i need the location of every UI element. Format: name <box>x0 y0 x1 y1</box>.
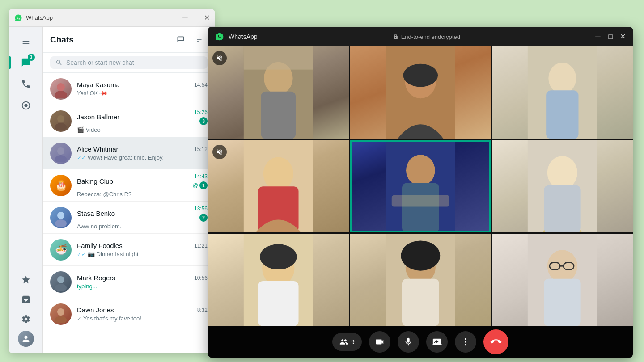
svg-point-4 <box>57 115 64 122</box>
svg-rect-30 <box>391 195 449 206</box>
chat-info-mark: Mark Rogers 10:56 typing... <box>77 274 208 290</box>
sidebar-item-chats[interactable]: 3 <box>17 54 35 72</box>
chat-time-dawn: 8:32 <box>197 307 208 313</box>
svg-point-50 <box>465 344 466 346</box>
video-minimize-btn[interactable]: ─ <box>595 34 601 39</box>
sidebar-bottom <box>17 269 35 349</box>
chat-time-jason: 15:26 <box>194 109 208 115</box>
chat-item-stasa[interactable]: Stasa Benko 13:56 2 Aww no problem. <box>43 202 215 234</box>
new-chat-btn[interactable] <box>174 33 188 47</box>
filter-btn[interactable] <box>193 33 208 47</box>
video-close-btn[interactable]: ✕ <box>620 34 626 39</box>
video-cell-6 <box>492 140 633 233</box>
video-win-controls: ─ □ ✕ <box>595 34 626 39</box>
participants-btn[interactable]: 9 <box>332 333 362 351</box>
svg-point-1 <box>24 104 27 107</box>
chat-meta-family: 11:21 <box>194 243 208 249</box>
chat-name-row-stasa: Stasa Benko 13:56 2 <box>77 206 208 222</box>
chat-preview-jason: 🎬 Video <box>77 126 208 133</box>
avatar-mark <box>50 271 72 293</box>
svg-point-12 <box>57 308 64 316</box>
screen-share-btn[interactable] <box>426 331 448 353</box>
chat-info-alice: Alice Whitman 15:12 ✓✓ Wow! Have great t… <box>77 145 208 161</box>
minimize-btn[interactable]: ─ <box>182 15 188 21</box>
sidebar-item-calls[interactable] <box>17 75 35 93</box>
lock-icon <box>393 34 398 40</box>
pin-icon-maya: 📌 <box>98 90 108 97</box>
chat-meta-maya: 14:54 <box>194 82 208 88</box>
chat-name-row-maya: Maya Kasuma 14:54 <box>77 81 208 88</box>
chat-preview-family: ✓✓ 📷 Dinner last night <box>77 251 208 257</box>
close-btn[interactable]: ✕ <box>204 15 209 21</box>
sidebar-item-archived[interactable] <box>17 290 35 308</box>
sidebar-item-menu[interactable]: ☰ <box>17 32 35 50</box>
chat-header-icons <box>174 33 208 47</box>
svg-point-3 <box>55 91 67 98</box>
chat-name-dawn: Dawn Jones <box>77 306 114 314</box>
maximize-btn[interactable]: □ <box>193 15 199 21</box>
chat-preview-stasa: Aww no problem. <box>77 223 208 230</box>
chat-item-dawn[interactable]: Dawn Jones 8:32 ✓ Yes that's my fave too… <box>43 298 215 330</box>
chat-name-family: Family Foodies <box>77 242 123 249</box>
typing-indicator: typing... <box>77 283 97 290</box>
whatsapp-icon <box>14 14 22 22</box>
chat-name-row-alice: Alice Whitman 15:12 <box>77 145 208 153</box>
encryption-label: End-to-end endcrypted <box>393 34 460 40</box>
more-options-btn[interactable] <box>455 331 476 353</box>
svg-point-7 <box>55 155 67 162</box>
chat-item-jason[interactable]: Jason Ballmer 15:26 3 🎬 Video <box>43 105 215 137</box>
sidebar-item-status[interactable] <box>17 97 35 114</box>
encryption-text: End-to-end endcrypted <box>401 34 460 40</box>
chat-item-alice[interactable]: Alice Whitman 15:12 ✓✓ Wow! Have great t… <box>43 137 215 169</box>
chat-info-baking: Baking Club 14:43 @ 1 Rebecca: @Chris R? <box>77 173 208 198</box>
video-titlebar: WhatsApp End-to-end endcrypted ─ □ ✕ <box>208 27 633 46</box>
svg-rect-33 <box>544 185 581 232</box>
search-input[interactable] <box>66 59 202 66</box>
video-maximize-btn[interactable]: □ <box>608 34 613 39</box>
call-controls: 9 <box>208 326 633 358</box>
chat-name-maya: Maya Kasuma <box>77 81 120 88</box>
end-call-btn[interactable] <box>483 329 508 354</box>
search-input-wrap[interactable] <box>50 56 208 69</box>
video-cell-7 <box>208 234 349 326</box>
sidebar-item-starred[interactable] <box>17 271 35 289</box>
chats-title: Chats <box>50 35 174 45</box>
unread-badge-jason: 3 <box>199 117 208 125</box>
avatar-dawn <box>50 303 72 325</box>
video-toggle-btn[interactable] <box>369 331 390 353</box>
chat-meta-dawn: 8:32 <box>197 307 208 313</box>
chat-meta-alice: 15:12 <box>194 146 208 152</box>
mic-toggle-btn[interactable] <box>398 331 419 353</box>
chat-time-stasa: 13:56 <box>194 206 208 212</box>
svg-point-9 <box>55 219 67 227</box>
chat-panel: Chats <box>43 27 215 353</box>
chat-name-stasa: Stasa Benko <box>77 210 115 217</box>
sidebar-item-settings[interactable] <box>17 310 35 328</box>
svg-point-28 <box>406 155 435 186</box>
video-cell-3 <box>492 46 633 139</box>
chat-info-jason: Jason Ballmer 15:26 3 🎬 Video <box>77 109 208 133</box>
chat-name-row-mark: Mark Rogers 10:56 <box>77 274 208 282</box>
chat-badge: 3 <box>28 54 35 61</box>
chat-item-baking[interactable]: 🎂 Baking Club 14:43 @ 1 Rebecca <box>43 169 215 202</box>
participants-icon <box>339 337 348 346</box>
chat-preview-baking: Rebecca: @Chris R? <box>77 191 208 198</box>
svg-point-22 <box>549 63 576 94</box>
chat-item-family[interactable]: 🍜 Family Foodies 11:21 ✓✓ 📷 Dinner last … <box>43 234 215 266</box>
svg-rect-23 <box>546 90 578 139</box>
avatar-baking: 🎂 <box>50 175 72 196</box>
chat-name-baking: Baking Club <box>77 177 113 185</box>
chat-item-maya[interactable]: Maya Kasuma 14:54 Yes! OK 📌 <box>43 73 215 105</box>
chat-meta-stasa: 13:56 2 <box>194 206 208 222</box>
chat-meta-mark: 10:56 <box>194 275 208 281</box>
unread-badge-stasa: 2 <box>199 214 208 222</box>
svg-rect-29 <box>402 183 439 232</box>
user-avatar[interactable] <box>17 330 35 348</box>
chat-item-mark[interactable]: Mark Rogers 10:56 typing... <box>43 266 215 298</box>
svg-rect-17 <box>244 46 313 70</box>
mute-indicator-4 <box>212 145 227 159</box>
svg-point-6 <box>57 147 64 155</box>
avatar-family: 🍜 <box>50 239 72 261</box>
video-grid <box>208 46 633 326</box>
chat-header: Chats <box>43 27 215 53</box>
